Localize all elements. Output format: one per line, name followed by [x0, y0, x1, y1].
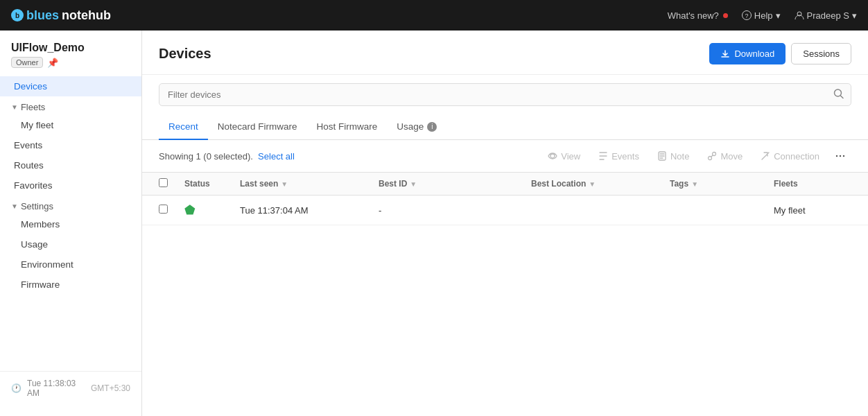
- firmware-label: Firmware: [21, 279, 60, 290]
- my-fleet-label: My fleet: [21, 120, 53, 130]
- sidebar-item-myfleet[interactable]: My fleet: [0, 115, 141, 135]
- svg-line-6: [841, 96, 844, 98]
- help-icon: ?: [742, 10, 752, 20]
- sidebar-item-usage[interactable]: Usage: [0, 234, 141, 254]
- settings-label: Settings: [21, 201, 53, 211]
- note-button[interactable]: Note: [649, 148, 697, 165]
- row-checkbox-cell: [142, 196, 176, 225]
- layout: UIFlow_Demo Owner 📌 Devices ▼ Fleets My …: [0, 31, 868, 416]
- download-icon: [720, 49, 730, 59]
- user-menu[interactable]: Pradeep S ▾: [795, 10, 857, 21]
- search-button[interactable]: [833, 88, 844, 101]
- svg-point-12: [840, 155, 841, 157]
- row-lastseen-cell: Tue 11:37:04 AM: [232, 196, 370, 225]
- events-icon: [598, 151, 608, 161]
- page-header: Devices Download Sessions: [142, 31, 868, 75]
- filter-wrapper: [159, 83, 851, 106]
- routes-label: Routes: [14, 160, 44, 171]
- sidebar-item-favorites[interactable]: Favorites: [0, 175, 141, 196]
- svg-text:?: ?: [745, 12, 748, 19]
- sidebar-item-environment[interactable]: Environment: [0, 254, 141, 275]
- logo[interactable]: b blues notehub: [11, 8, 111, 23]
- select-all-checkbox[interactable]: [159, 178, 168, 187]
- logo-blues: blues: [26, 8, 59, 23]
- events-button[interactable]: Events: [590, 148, 648, 165]
- fleets-label: Fleets: [21, 102, 45, 112]
- select-all-link[interactable]: Select all: [258, 151, 295, 162]
- table-body: ⬟ Tue 11:37:04 AM -: [142, 196, 868, 225]
- view-button[interactable]: View: [539, 148, 589, 165]
- table-toolbar: Showing 1 (0 selected). Select all View …: [142, 140, 868, 172]
- sidebar-item-members[interactable]: Members: [0, 214, 141, 234]
- move-icon: [707, 151, 717, 161]
- svg-point-11: [836, 155, 837, 157]
- th-status: Status: [176, 173, 232, 196]
- svg-text:b: b: [15, 12, 19, 19]
- user-icon: [795, 10, 804, 20]
- more-actions-button[interactable]: [829, 147, 851, 165]
- fleets-chevron: ▼: [11, 103, 18, 111]
- table-row[interactable]: ⬟ Tue 11:37:04 AM -: [142, 196, 868, 225]
- tab-notecard-firmware[interactable]: Notecard Firmware: [208, 114, 307, 140]
- usage-info-icon[interactable]: i: [427, 122, 437, 132]
- page-title: Devices: [159, 46, 211, 62]
- pin-icon: 📌: [47, 58, 58, 68]
- lastseen-sort-arrow: ▼: [281, 180, 288, 188]
- tab-usage[interactable]: Usage i: [387, 114, 446, 140]
- svg-point-7: [550, 154, 555, 158]
- tabs-bar: Recent Notecard Firmware Host Firmware U…: [142, 114, 868, 140]
- connection-button[interactable]: Connection: [752, 148, 828, 165]
- svg-point-13: [843, 155, 844, 157]
- th-checkbox: [142, 173, 176, 196]
- topnav-right: What's new? ? Help ▾ Pradeep S ▾: [668, 10, 857, 21]
- sidebar-item-events[interactable]: Events: [0, 135, 141, 155]
- showing-info: Showing 1 (0 selected). Select all: [159, 151, 295, 162]
- topnav: b blues notehub What's new? ? Help ▾ Pra…: [0, 0, 868, 31]
- sidebar-item-routes[interactable]: Routes: [0, 155, 141, 175]
- row-bestid-cell: -: [370, 196, 523, 225]
- filter-input[interactable]: [159, 83, 851, 106]
- sessions-button[interactable]: Sessions: [791, 43, 851, 64]
- row-checkbox[interactable]: [159, 205, 168, 214]
- sidebar-section-fleets[interactable]: ▼ Fleets: [0, 96, 141, 115]
- move-button[interactable]: Move: [699, 148, 751, 165]
- toolbar-actions: View Events Note: [539, 147, 851, 165]
- environment-label: Environment: [21, 259, 73, 270]
- connection-icon: [761, 151, 770, 161]
- th-bestid: Best ID ▼: [370, 173, 523, 196]
- sidebar-section-settings[interactable]: ▼ Settings: [0, 196, 141, 214]
- view-icon: [548, 151, 557, 161]
- row-fleets-cell: My fleet: [765, 196, 868, 225]
- sidebar-item-devices[interactable]: Devices: [0, 76, 141, 96]
- tags-sort-arrow: ▼: [691, 180, 698, 188]
- devices-table: Status Last seen ▼ Best ID ▼: [142, 172, 868, 225]
- whats-new-link[interactable]: What's new?: [668, 10, 728, 21]
- sidebar-item-firmware[interactable]: Firmware: [0, 275, 141, 295]
- sidebar-nav: Devices ▼ Fleets My fleet Events Routes …: [0, 76, 141, 371]
- search-icon: [833, 88, 844, 99]
- help-menu[interactable]: ? Help ▾: [742, 10, 781, 21]
- footer-tz: GMT+5:30: [91, 383, 130, 393]
- header-actions: Download Sessions: [709, 43, 851, 64]
- footer-time: Tue 11:38:03 AM: [27, 379, 85, 398]
- sidebar-footer: 🕐 Tue 11:38:03 AM GMT+5:30: [0, 371, 141, 405]
- filter-bar: [142, 75, 868, 114]
- main-content: Devices Download Sessions: [142, 31, 868, 416]
- bestid-sort-arrow: ▼: [410, 180, 417, 188]
- selected-count: 0 selected: [207, 151, 248, 162]
- devices-table-wrapper: Status Last seen ▼ Best ID ▼: [142, 172, 868, 225]
- tab-host-firmware[interactable]: Host Firmware: [307, 114, 388, 140]
- tab-recent[interactable]: Recent: [159, 114, 208, 140]
- device-status-icon: ⬟: [184, 203, 196, 217]
- row-bestlocation-cell: [523, 196, 661, 225]
- owner-row: Owner 📌: [11, 57, 130, 68]
- clock-icon: 🕐: [11, 383, 21, 393]
- usage-label: Usage: [21, 239, 48, 250]
- note-icon: [657, 151, 667, 161]
- th-fleets: Fleets: [765, 173, 868, 196]
- bestloc-sort-arrow: ▼: [589, 180, 596, 188]
- download-button[interactable]: Download: [709, 43, 785, 64]
- sidebar-devices-label: Devices: [14, 81, 47, 92]
- th-bestlocation: Best Location ▼: [523, 173, 661, 196]
- row-status-cell: ⬟: [176, 196, 232, 225]
